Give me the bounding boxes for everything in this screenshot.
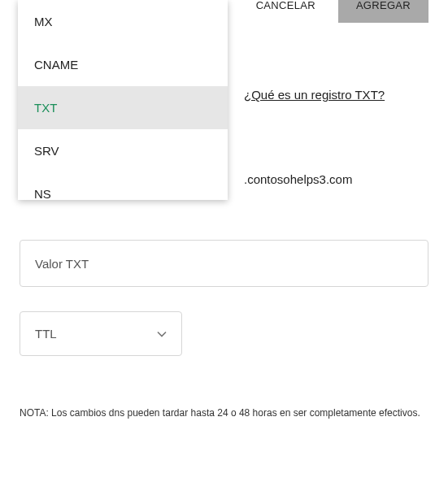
- domain-suffix-label: .contosohelps3.com: [244, 172, 352, 186]
- record-type-option-mx[interactable]: MX: [18, 0, 228, 43]
- txt-help-link[interactable]: ¿Qué es un registro TXT?: [244, 88, 385, 102]
- ttl-select-label: TTL: [35, 327, 57, 341]
- note-text: NOTA: Los cambios dns pueden tardar hast…: [20, 407, 428, 419]
- txt-value-input[interactable]: [20, 240, 428, 287]
- add-button[interactable]: AGREGAR: [338, 0, 428, 23]
- ttl-select[interactable]: TTL: [20, 311, 182, 356]
- record-type-option-srv[interactable]: SRV: [18, 129, 228, 172]
- record-type-option-cname[interactable]: CNAME: [18, 43, 228, 86]
- record-type-option-txt[interactable]: TXT: [18, 86, 228, 129]
- chevron-down-icon: [157, 331, 167, 337]
- record-type-dropdown-list[interactable]: MX CNAME TXT SRV NS: [18, 0, 228, 200]
- record-type-option-ns[interactable]: NS: [18, 172, 228, 200]
- form-actions: CANCELAR AGREGAR: [256, 0, 428, 23]
- record-type-dropdown-panel: MX CNAME TXT SRV NS: [18, 0, 228, 200]
- cancel-button[interactable]: CANCELAR: [256, 0, 315, 11]
